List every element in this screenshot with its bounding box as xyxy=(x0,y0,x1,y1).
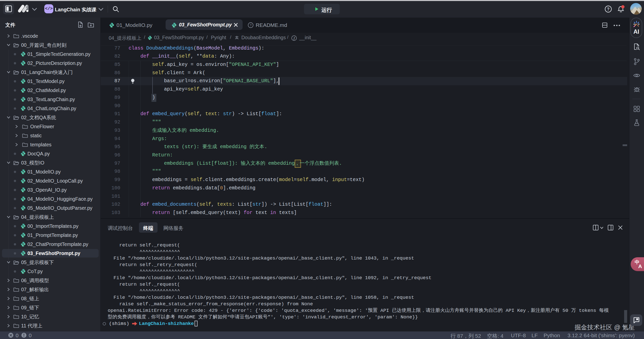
svg-text:?: ? xyxy=(607,7,610,11)
svg-text:f: f xyxy=(294,36,295,40)
svg-text:?: ? xyxy=(250,23,251,27)
